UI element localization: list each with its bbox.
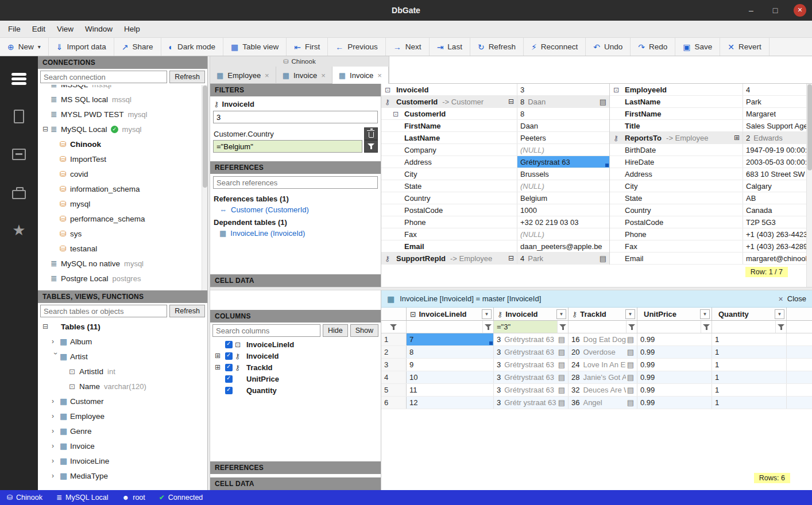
checkbox-checked[interactable] [225, 387, 233, 394]
cell-unitprice[interactable]: 0.99 [637, 346, 712, 358]
toolbar-button[interactable]: ↗ Share [114, 38, 161, 56]
connection-tree-item[interactable]: ≣ MS SQL local mssql [38, 92, 207, 107]
expand-chevron-icon[interactable]: › [52, 352, 60, 360]
row-number-cell[interactable]: 5 [381, 384, 407, 396]
menu-item[interactable]: Help [118, 21, 146, 37]
status-item[interactable]: ≣ MySQL Local [56, 494, 109, 502]
form-field-value[interactable]: 4 Park [517, 252, 609, 264]
filter-invoiceid[interactable]: ="3" [494, 321, 569, 333]
connections-refresh-button[interactable]: Refresh [169, 71, 205, 83]
filter-menu-button[interactable] [557, 321, 568, 333]
status-item[interactable]: ☻ root [122, 494, 145, 502]
row-number-cell[interactable]: 3 [381, 359, 407, 371]
cell-quantity[interactable]: 1 [712, 371, 787, 383]
connection-tree-item[interactable]: ≣ Postgre Local postgres [38, 271, 207, 286]
cell-invoiceid[interactable]: 3 Grétrystraat 63 [494, 359, 569, 371]
form-field-label[interactable]: State [381, 180, 517, 192]
connection-tree-item[interactable]: ⊟ ≣ MySQL Local mysql [38, 122, 207, 137]
expand-chevron-icon[interactable]: › [52, 472, 60, 480]
form-field-label[interactable]: LastName [381, 132, 517, 143]
form-field-value[interactable]: 1000 [517, 204, 609, 216]
close-button[interactable]: × [794, 4, 806, 17]
checkbox-checked[interactable] [225, 375, 233, 383]
form-field-value[interactable]: AB [743, 192, 806, 204]
cell-trackid[interactable]: 24 Love In An Elevator [569, 359, 637, 371]
connection-tree-item[interactable]: ⛁ covid [38, 166, 207, 181]
expand-toggle-icon[interactable]: ⊟ [508, 254, 514, 262]
toolbar-button[interactable]: ⇓ Import data [49, 38, 114, 56]
form-field-value[interactable]: +1 (403) 263-4289 [743, 240, 806, 252]
objects-search-input[interactable] [40, 305, 167, 317]
form-field-label[interactable]: Country [381, 192, 517, 204]
filter-country-input[interactable] [213, 140, 362, 153]
row-number-cell[interactable]: 4 [381, 371, 407, 383]
object-tree-item[interactable]: ⊟ Tables (11) [38, 319, 207, 334]
filter-quantity[interactable] [712, 321, 787, 333]
toolbar-button[interactable]: ↶ Undo [586, 38, 631, 56]
form-field-value[interactable]: Brussels [517, 168, 609, 180]
object-tree-item[interactable]: › ▦ Customer [38, 394, 207, 409]
connection-tree-item[interactable]: ⛁ sys [38, 226, 207, 241]
column-toggle-item[interactable]: Quantity [210, 384, 381, 396]
toolbar-button[interactable]: ◐ Dark mode [161, 38, 224, 56]
connection-tree-item[interactable]: ⛁ ImportTest [38, 152, 207, 166]
toolbar-button[interactable]: ✕ Revert [720, 38, 770, 56]
filter-trackid[interactable] [569, 321, 637, 333]
connection-tree-item[interactable]: ⛁ performance_schema [38, 211, 207, 226]
toolbar-button[interactable]: ↷ Redo [631, 38, 675, 56]
form-field-value[interactable]: Calgary [743, 180, 806, 192]
form-field-label[interactable]: Fax [610, 240, 743, 252]
form-field-label[interactable]: State [610, 192, 743, 204]
cell-unitprice[interactable]: 0.99 [637, 371, 712, 383]
form-field-label[interactable]: BirthDate [610, 144, 743, 156]
object-tree-item[interactable]: › ▦ Artist [38, 349, 207, 364]
column-menu-button[interactable] [700, 309, 710, 319]
form-field-value[interactable]: T2P 5G3 [743, 216, 806, 228]
form-scrollbar[interactable] [806, 84, 812, 287]
cell-trackid[interactable]: 28 Janie's Got A Gun [569, 371, 637, 383]
checkbox-checked[interactable] [225, 341, 233, 348]
cell-trackid[interactable]: 16 Dog Eat Dog [569, 333, 637, 345]
form-field-label[interactable]: Email [381, 240, 517, 252]
cell-invoicelineid[interactable]: 12 [407, 397, 494, 409]
connection-tree-item[interactable]: ⛁ Chinook [38, 137, 207, 152]
menu-item[interactable]: Edit [26, 21, 51, 37]
status-item[interactable]: ✔ Connected [159, 494, 203, 502]
tab[interactable]: ▦ Employee × [210, 67, 276, 84]
tab[interactable]: ▦ Invoice × [276, 67, 332, 84]
form-field-value[interactable]: Margaret [743, 108, 806, 119]
form-field-label[interactable]: ⊡ CustomerId [381, 108, 517, 119]
form-field-label[interactable]: ⚷ ReportsTo -> Employee ⊞ [610, 132, 743, 143]
connection-tree-item[interactable]: ≣ MYSL PWD TEST mysql [38, 107, 207, 122]
filter-menu-button[interactable] [701, 321, 712, 333]
toolbar-button[interactable]: ← Previous [328, 38, 386, 56]
form-field-value[interactable]: 683 10 Street SW [743, 168, 806, 180]
column-menu-button[interactable] [556, 309, 566, 319]
column-header-trackid[interactable]: ⚷ TrackId [569, 308, 637, 320]
open-form-icon[interactable] [558, 373, 565, 382]
form-field-value[interactable]: Canada [743, 204, 806, 216]
connection-tree-item[interactable]: ≣ MySQL no native mysql [38, 256, 207, 271]
tab-close-icon[interactable]: × [321, 71, 326, 80]
filter-menu-button[interactable] [775, 321, 786, 333]
toolbar-button[interactable]: ⚡ Reconnect [524, 38, 586, 56]
open-form-icon[interactable] [558, 360, 565, 369]
cell-unitprice[interactable]: 0.99 [637, 359, 712, 371]
form-field-value[interactable]: 1947-09-19 00:00:00 [743, 144, 806, 156]
expand-chevron-icon[interactable]: ⊟ [42, 323, 51, 331]
object-tree-item[interactable]: ⊡ ArtistId int [38, 364, 207, 379]
form-field-value[interactable]: (NULL) [517, 180, 609, 192]
scrollbar-thumb[interactable] [203, 86, 207, 188]
expand-toggle-icon[interactable]: ⊞ [215, 363, 223, 371]
column-toggle-item[interactable]: UnitPrice [210, 373, 381, 384]
object-tree-item[interactable]: › ▦ Album [38, 334, 207, 349]
expand-toggle-icon[interactable]: ⊞ [215, 352, 223, 360]
open-form-icon[interactable] [627, 386, 634, 394]
connections-rail-icon[interactable] [7, 70, 30, 87]
connection-tree-item[interactable]: ⛁ testanal [38, 241, 207, 256]
tab-close-icon[interactable]: × [265, 71, 269, 80]
column-header-invoiceid[interactable]: ⚷ InvoiceId [494, 308, 569, 320]
form-field-value[interactable]: 4 [743, 84, 806, 95]
form-field-label[interactable]: Company [381, 144, 517, 156]
form-field-label[interactable]: LastName [610, 96, 743, 107]
